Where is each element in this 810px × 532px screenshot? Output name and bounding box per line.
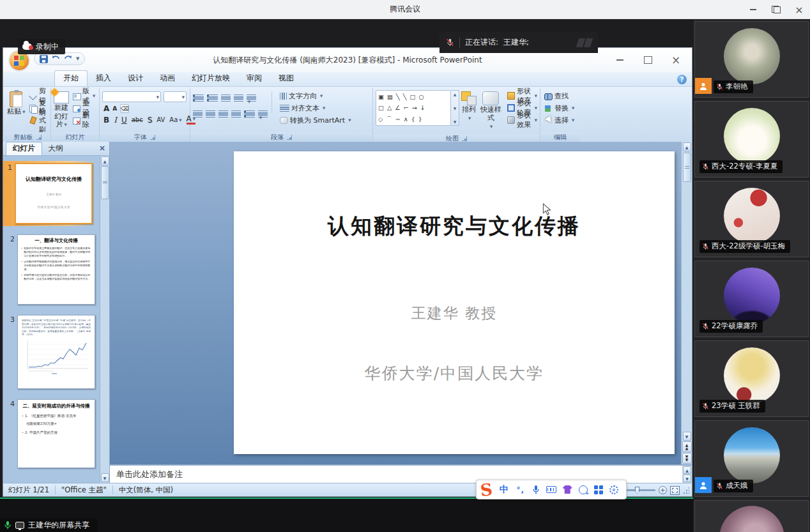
tab-insert[interactable]: 插入 [88, 71, 119, 86]
justify-icon[interactable] [231, 110, 241, 118]
toolbox-icon[interactable] [594, 485, 603, 494]
undo-icon[interactable] [52, 55, 60, 63]
participant-tile[interactable]: 西大-22级学硕-胡玉梅 [694, 181, 809, 257]
paste-button[interactable]: 粘贴 [7, 90, 26, 118]
delete-slide-button[interactable]: 删除 [71, 114, 96, 126]
tab-slides-thumbnails[interactable]: 幻灯片 [6, 142, 42, 155]
drawing-dialog-launcher[interactable] [462, 136, 467, 141]
strikethrough-button[interactable]: abc [132, 116, 143, 123]
scroll-down-icon[interactable]: ▼ [683, 432, 691, 441]
columns-icon[interactable] [244, 110, 255, 118]
ppt-maximize-icon[interactable] [643, 56, 652, 65]
slide-thumbnail-3[interactable]: 3 本研究以"文化外译""中国文化外译""外译"为主题词，在CNKI（中国知网）… [7, 315, 96, 389]
close-icon[interactable] [795, 5, 804, 14]
slide-scrollbar[interactable]: ▲ ▼ ▲▲ ▼▼ [681, 142, 692, 464]
notes-scrollbar[interactable]: ▲ ▼ [682, 466, 692, 483]
language-indicator[interactable]: 中文(简体, 中国) [119, 485, 173, 495]
change-case-button[interactable]: Aa [169, 116, 181, 123]
tab-review[interactable]: 审阅 [238, 71, 270, 86]
close-pane-icon[interactable] [98, 144, 107, 153]
scrollbar-thumb[interactable] [101, 166, 109, 199]
ppt-close-icon[interactable] [671, 56, 680, 65]
slide-author[interactable]: 王建华 教授 [234, 303, 675, 323]
paragraph-dialog-launcher[interactable] [287, 135, 292, 140]
save-icon[interactable] [40, 55, 48, 63]
notes-placeholder[interactable]: 单击此处添加备注 [116, 469, 183, 480]
shapes-gallery-scroll[interactable]: ▲▼▼ [451, 90, 459, 126]
convert-smartart-button[interactable]: 转换为 SmartArt [280, 114, 351, 126]
chinese-mode-icon[interactable]: 中 [499, 485, 509, 495]
slide-affiliation[interactable]: 华侨大学/中国人民大学 [234, 363, 675, 384]
arrange-button[interactable]: 排列 [461, 90, 477, 124]
select-button[interactable]: 选择 [543, 114, 576, 126]
skin-icon[interactable] [563, 485, 572, 494]
participant-tile[interactable]: 李朝艳 [694, 21, 809, 98]
ppt-minimize-icon[interactable] [615, 56, 624, 65]
emoji-icon[interactable] [579, 485, 588, 494]
help-icon[interactable]: ? [677, 75, 687, 84]
italic-button[interactable]: I [114, 116, 117, 125]
theme-name[interactable]: "Office 主题" [61, 485, 107, 495]
fit-to-window-button[interactable] [670, 486, 680, 495]
character-spacing-button[interactable]: AV [157, 116, 165, 123]
bullets-icon[interactable] [193, 95, 204, 102]
customize-qat-icon[interactable]: ▼ [76, 56, 79, 61]
replace-button[interactable]: 替换 [543, 102, 576, 114]
shrink-font-button[interactable]: A [112, 105, 117, 112]
scroll-up-icon[interactable]: ▲ [683, 466, 691, 474]
tab-home[interactable]: 开始 [54, 70, 88, 86]
align-left-icon[interactable] [193, 110, 202, 118]
slide-thumbnail-1[interactable]: 1 认知翻译研究与文化传播 王建华 教授 华侨大学/中国人民大学 [3, 161, 96, 226]
slide-counter[interactable]: 幻灯片 1/21 [8, 485, 49, 495]
scroll-up-icon[interactable]: ▲ [101, 156, 109, 165]
bold-button[interactable]: B [103, 116, 109, 125]
minimize-icon[interactable] [749, 5, 758, 14]
slide-thumbnail-2[interactable]: 2 一、翻译与文化传播 有效的文化传播需要高质量的翻译。任何文化只有高质量地翻译… [7, 234, 96, 305]
resize-grip[interactable] [683, 486, 689, 494]
shape-effects-button[interactable]: 形状效果 [507, 114, 537, 126]
zoom-in-button[interactable]: + [659, 486, 667, 494]
restore-icon[interactable] [772, 5, 781, 14]
align-text-button[interactable]: 对齐文本 [280, 102, 351, 114]
tab-outline[interactable]: 大纲 [42, 142, 70, 155]
shapes-gallery[interactable]: ▣ ▤ ╲ ╲ □ ○ □ △ ∠ ⌐ → ↓ ◇ ⌒ ~ ∧ { } [376, 90, 451, 126]
align-right-icon[interactable] [218, 110, 228, 118]
text-direction-button[interactable]: 文字方向 [280, 90, 351, 102]
scroll-up-icon[interactable]: ▲ [683, 142, 691, 151]
scrollbar-thumb[interactable] [683, 153, 691, 182]
slide-canvas[interactable]: 认知翻译研究与文化传播 王建华 教授 华侨大学/中国人民大学 [234, 151, 675, 454]
slide-thumbnail-4[interactable]: 4 二、延安时期成功的外译与传播 1. 《红星照耀中国》斯诺-吴亮平 伦敦销量2… [7, 399, 96, 468]
font-name-combo[interactable] [102, 91, 161, 102]
clipboard-dialog-launcher[interactable] [36, 135, 42, 140]
slide-title[interactable]: 认知翻译研究与文化传播 [234, 212, 675, 241]
font-dialog-launcher[interactable] [150, 135, 155, 140]
increase-indent-icon[interactable] [234, 95, 243, 102]
tab-animations[interactable]: 动画 [151, 71, 183, 86]
scroll-down-icon[interactable]: ▼ [101, 473, 109, 482]
tab-view[interactable]: 视图 [270, 71, 302, 86]
decrease-indent-icon[interactable] [221, 95, 231, 102]
zoom-slider-thumb[interactable] [635, 487, 639, 494]
align-center-icon[interactable] [206, 110, 215, 118]
slides-pane-scrollbar[interactable]: ▲ ▼ [100, 156, 109, 483]
redo-icon[interactable] [64, 55, 72, 63]
grow-font-button[interactable]: A [103, 104, 109, 113]
tab-design[interactable]: 设计 [119, 71, 151, 86]
text-shadow-button[interactable]: S [148, 116, 153, 125]
format-painter-button[interactable]: 格式刷 [27, 114, 48, 126]
line-spacing-icon[interactable] [247, 95, 256, 102]
participant-tile[interactable]: 23学硕 王轶群 [694, 340, 809, 417]
participant-tile[interactable]: 22学硕康露乔 [694, 261, 809, 337]
clear-formatting-button[interactable]: ⌫ [120, 104, 129, 113]
previous-slide-button[interactable]: ▲▲ [682, 441, 692, 452]
numbering-icon[interactable] [207, 95, 218, 102]
font-size-combo[interactable] [164, 91, 187, 102]
settings-icon[interactable] [609, 485, 618, 494]
find-button[interactable]: 查找 [543, 90, 576, 102]
participant-tile[interactable]: 西大-22专硕-李夏夏 [694, 101, 809, 178]
voice-input-icon[interactable] [532, 485, 540, 495]
quick-styles-button[interactable]: 快速样式 [478, 90, 503, 132]
scroll-down-icon[interactable]: ▼ [683, 475, 691, 482]
underline-button[interactable]: U [121, 116, 127, 125]
soft-keyboard-icon[interactable] [546, 486, 556, 493]
